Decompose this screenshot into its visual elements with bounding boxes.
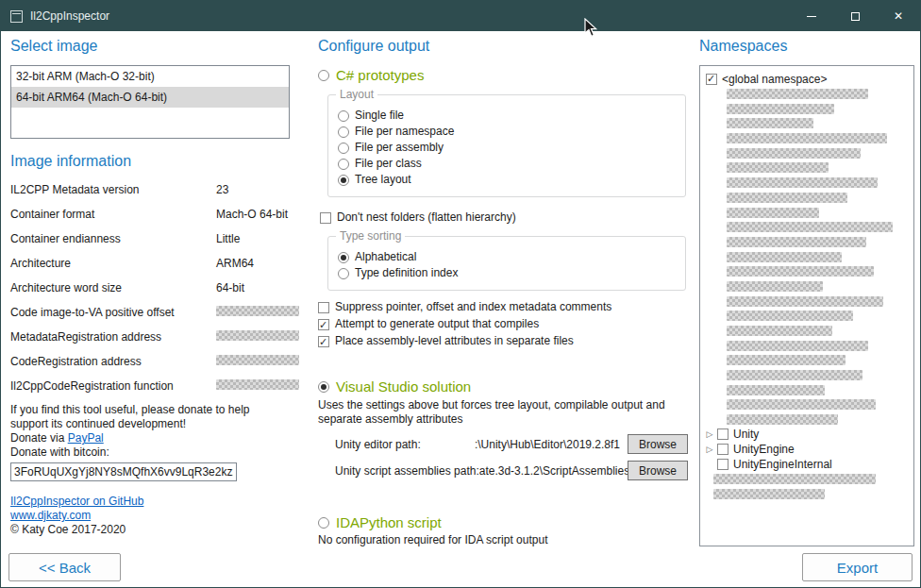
bitcoin-address-input[interactable]	[10, 462, 237, 481]
info-label: Architecture word size	[10, 281, 122, 294]
redacted-text	[727, 311, 853, 321]
namespace-checkbox[interactable]	[706, 74, 717, 85]
checkbox-icon	[318, 302, 329, 313]
namespace-checkbox[interactable]	[717, 444, 728, 455]
namespace-checkbox[interactable]	[717, 459, 728, 470]
info-value: 23	[216, 183, 228, 196]
vs-solution-description: Uses the settings above but forces tree …	[318, 398, 688, 427]
website-link[interactable]: www.djkaty.com	[10, 509, 91, 522]
csharp-prototypes-radio[interactable]: C# prototypes	[318, 67, 688, 83]
type-sorting-options: AlphabeticalType definition index	[338, 250, 678, 280]
info-label: Code image-to-VA positive offset	[10, 306, 175, 319]
github-link[interactable]: Il2CppInspector on GitHub	[10, 495, 143, 508]
namespace-label: UnityEngine	[733, 443, 795, 456]
checkbox-icon	[320, 212, 331, 224]
namespace-list[interactable]: <global namespace>▷Unity▷UnityEngineUnit…	[699, 65, 914, 546]
vs-solution-radio[interactable]: Visual Studio solution	[318, 378, 688, 395]
namespace-label: <global namespace>	[722, 73, 827, 86]
info-row: Container formatMach-O 64-bit	[10, 203, 290, 227]
namespace-row-redacted	[704, 131, 910, 146]
image-list-item[interactable]: 32-bit ARM (Mach-O 32-bit)	[11, 66, 289, 87]
redacted-text	[727, 208, 819, 218]
radio-icon	[338, 175, 349, 186]
info-value	[216, 379, 299, 393]
unity-script-browse-button[interactable]: Browse	[628, 461, 688, 480]
radio-option[interactable]: Tree layout	[338, 173, 678, 187]
configure-output-heading: Configure output	[318, 37, 688, 56]
unity-editor-path-row: Unity editor path: :\Unity\Hub\Editor\20…	[335, 434, 688, 454]
configure-column: Configure output C# prototypes Layout Si…	[318, 37, 688, 546]
namespace-row-redacted	[704, 160, 910, 176]
flatten-checkbox[interactable]: Don't nest folders (flatten hierarchy)	[320, 210, 688, 225]
info-label: MetadataRegistration address	[10, 330, 161, 344]
info-row: Container endiannessLittle	[10, 227, 290, 252]
namespace-label: UnityEngineInternal	[733, 458, 832, 471]
info-row: IL2CPP Metadata version23	[10, 178, 290, 203]
maximize-icon	[851, 12, 860, 21]
namespace-row-redacted	[704, 368, 910, 383]
radio-option[interactable]: File per namespace	[338, 125, 678, 139]
redacted-text	[727, 148, 861, 159]
unity-editor-browse-button[interactable]: Browse	[628, 434, 688, 454]
radio-option[interactable]: Type definition index	[338, 266, 678, 280]
info-row: Architecture word size64-bit	[10, 277, 290, 301]
close-button[interactable]: ✕	[877, 1, 920, 31]
minimize-icon	[807, 16, 816, 17]
csharp-prototypes-label: C# prototypes	[336, 67, 424, 83]
maximize-button[interactable]	[833, 1, 877, 31]
expander-icon[interactable]: ▷	[704, 445, 715, 454]
image-list-item[interactable]: 64-bit ARM64 (Mach-O 64-bit)	[11, 87, 289, 108]
unity-script-path-label: Unity script assemblies path:	[335, 464, 479, 478]
redacted-text	[727, 266, 874, 277]
unity-script-path-value[interactable]: ate.3d-3.1.2\ScriptAssemblies	[479, 464, 628, 478]
expander-icon[interactable]: ▷	[704, 429, 715, 439]
radio-label: File per namespace	[355, 125, 454, 139]
export-button[interactable]: Export	[802, 553, 913, 581]
radio-icon	[338, 143, 349, 154]
checkbox-option[interactable]: Place assembly-level attributes in separ…	[318, 334, 688, 348]
idapython-label: IDAPython script	[336, 514, 442, 530]
namespace-row[interactable]: ▷UnityEngine	[704, 442, 910, 457]
info-value: Little	[216, 232, 240, 245]
redacted-text	[727, 341, 868, 351]
radio-icon	[338, 268, 349, 279]
radio-option[interactable]: Single file	[338, 109, 678, 123]
namespace-row-redacted	[704, 412, 910, 428]
checkbox-label: Attempt to generate output that compiles	[335, 317, 539, 331]
radio-label: File per assembly	[355, 141, 444, 155]
app-window: Il2CppInspector ✕ Select image 32-bit AR…	[0, 0, 921, 588]
redacted-text	[727, 399, 876, 410]
radio-option[interactable]: File per class	[338, 157, 678, 171]
namespace-row[interactable]: ▷Unity	[704, 428, 910, 443]
checkbox-icon	[318, 336, 329, 347]
redacted-text	[216, 379, 299, 390]
namespace-row[interactable]: UnityEngineInternal	[704, 457, 910, 472]
redacted-text	[727, 252, 842, 262]
redacted-text	[727, 193, 847, 203]
select-image-heading: Select image	[10, 37, 290, 56]
info-label: CodeRegistration address	[10, 355, 142, 368]
radio-option[interactable]: Alphabetical	[338, 250, 678, 264]
image-list[interactable]: 32-bit ARM (Mach-O 32-bit)64-bit ARM64 (…	[10, 65, 290, 139]
copyright-text: © Katy Coe 2017-2020	[10, 523, 290, 537]
namespace-row-redacted	[704, 397, 910, 412]
namespace-row[interactable]: <global namespace>	[704, 72, 910, 87]
back-button[interactable]: << Back	[8, 553, 121, 581]
checkbox-option[interactable]: Attempt to generate output that compiles	[318, 317, 688, 331]
namespace-row-redacted	[704, 309, 910, 324]
radio-label: Tree layout	[355, 173, 411, 187]
redacted-text	[216, 355, 299, 365]
unity-editor-path-value[interactable]: :\Unity\Hub\Editor\2019.2.8f1	[421, 438, 628, 451]
namespaces-column: Namespaces <global namespace>▷Unity▷Unit…	[699, 37, 914, 546]
radio-label: Single file	[355, 109, 404, 123]
paypal-link[interactable]: PayPal	[68, 431, 104, 445]
radio-icon	[318, 381, 329, 393]
radio-option[interactable]: File per assembly	[338, 141, 678, 155]
redacted-text	[216, 330, 299, 341]
checkbox-option[interactable]: Suppress pointer, offset and index metad…	[318, 300, 688, 314]
idapython-radio[interactable]: IDAPython script	[318, 514, 688, 530]
redacted-text	[713, 489, 825, 499]
cs-checkboxes: Suppress pointer, offset and index metad…	[318, 300, 688, 348]
namespace-checkbox[interactable]	[717, 428, 728, 440]
minimize-button[interactable]	[790, 1, 833, 31]
